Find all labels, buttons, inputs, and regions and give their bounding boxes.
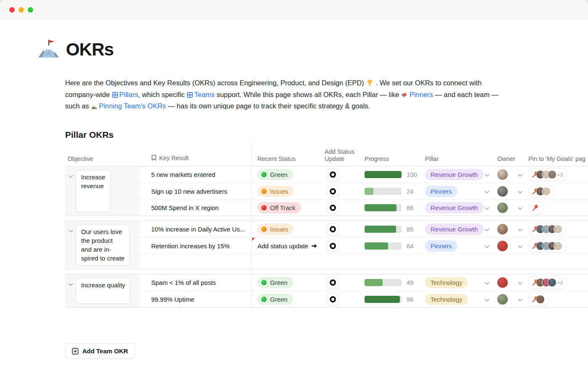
pinned-user-avatar	[548, 278, 556, 287]
progress-cell: 96	[359, 291, 422, 307]
owner-avatar[interactable]	[497, 277, 508, 288]
chevron-down-icon[interactable]	[485, 242, 489, 250]
key-result-text[interactable]: 5 new markets entered	[139, 166, 252, 183]
status-dot-icon	[261, 172, 267, 177]
add-status-update-link[interactable]: Add status update	[257, 242, 317, 250]
close-window-button[interactable]	[9, 7, 15, 13]
teams-link[interactable]: Teams	[186, 91, 215, 98]
pin-to-my-goals-control[interactable]	[528, 201, 543, 214]
chevron-down-icon[interactable]	[518, 226, 522, 233]
column-header-pillar: Pillar	[422, 155, 494, 163]
add-status-update-button[interactable]	[326, 185, 339, 197]
add-team-okr-button[interactable]: Add Team OKR	[65, 343, 135, 359]
owner-avatar[interactable]	[497, 186, 508, 197]
status-dot-icon	[261, 205, 267, 210]
pillar-pill[interactable]: Revenue Growth	[425, 169, 483, 180]
add-status-update-cell	[323, 183, 359, 199]
add-status-update-button[interactable]	[326, 239, 339, 252]
progress-bar-fill	[365, 188, 373, 195]
chevron-down-icon[interactable]	[485, 296, 489, 303]
chevron-down-icon[interactable]	[485, 204, 489, 211]
owner-avatar[interactable]	[497, 241, 508, 251]
status-pill[interactable]: Issues	[257, 186, 294, 197]
objective-title[interactable]: Increaserevenue	[76, 170, 111, 212]
status-pill[interactable]: Green	[257, 294, 293, 305]
arrow-right-icon	[311, 244, 317, 248]
chevron-down-icon[interactable]	[518, 188, 522, 195]
add-status-update-button[interactable]	[326, 201, 339, 214]
status-pill[interactable]: Green	[257, 169, 293, 180]
key-result-text[interactable]: 10% increase in Daily Active Us...	[139, 221, 252, 237]
pin-to-my-goals-control[interactable]	[528, 239, 567, 252]
zoom-window-button[interactable]	[28, 7, 33, 13]
pin-to-my-goals-control[interactable]	[528, 293, 549, 306]
pillar-pill[interactable]: Technology	[425, 294, 468, 305]
add-status-update-button[interactable]	[326, 293, 339, 305]
add-status-update-cell	[323, 238, 359, 254]
progress-cell: 100	[359, 166, 422, 183]
owner-avatar[interactable]	[497, 169, 508, 180]
progress-value: 85	[407, 226, 414, 233]
collapse-chevron-icon[interactable]	[68, 172, 73, 212]
progress-bar-fill	[365, 226, 396, 233]
pillar-pill[interactable]: Technology	[425, 277, 468, 288]
owner-avatar[interactable]	[497, 224, 508, 234]
chevron-down-icon[interactable]	[485, 226, 489, 233]
pillar-pill[interactable]: Revenue Growth	[425, 202, 483, 213]
chevron-down-icon[interactable]	[485, 188, 489, 195]
chevron-down-icon[interactable]	[518, 204, 522, 211]
pin-cell: +3	[526, 274, 588, 291]
okr-group: Our users lovethe productand are in-spir…	[65, 221, 588, 269]
progress-bar	[365, 242, 402, 250]
chevron-down-icon[interactable]	[518, 242, 522, 250]
pinned-user-avatar	[548, 170, 556, 179]
collapse-chevron-icon[interactable]	[68, 280, 73, 304]
minimize-window-button[interactable]	[18, 7, 24, 13]
progress-bar-fill	[365, 242, 388, 250]
key-result-text[interactable]: Retention increases by 15%	[139, 238, 252, 254]
pin-to-my-goals-control[interactable]: +3	[528, 168, 567, 181]
add-status-update-button[interactable]	[326, 223, 339, 236]
pin-to-my-goals-control[interactable]: +3	[528, 276, 567, 289]
status-pill[interactable]: Green	[257, 277, 293, 288]
progress-bar	[365, 171, 402, 178]
chevron-down-icon[interactable]	[485, 279, 489, 286]
chevron-down-icon[interactable]	[518, 279, 522, 286]
key-result-row: 10% increase in Daily Active Us...Issues…	[139, 221, 588, 237]
key-result-text[interactable]: Spam < 1% of all posts	[139, 274, 252, 291]
chevron-down-icon[interactable]	[518, 171, 522, 178]
status-dot-icon	[261, 189, 267, 194]
add-status-update-button[interactable]	[326, 168, 339, 181]
add-status-update-button[interactable]	[326, 276, 339, 289]
status-pill[interactable]: Issues	[257, 224, 294, 235]
add-status-update-cell	[323, 166, 359, 183]
key-result-text[interactable]: 99.99% Uptime	[139, 291, 252, 307]
status-pill[interactable]: Off Track	[257, 202, 301, 213]
objective-title[interactable]: Increase quality	[76, 278, 131, 304]
status-dot-icon	[261, 280, 267, 285]
pillar-pill[interactable]: Pinners	[425, 186, 457, 197]
chevron-down-icon[interactable]	[485, 171, 489, 178]
pillar-pill[interactable]: Revenue Growth	[425, 224, 483, 235]
collapse-chevron-icon[interactable]	[68, 227, 73, 266]
recent-status-cell: Issues	[252, 183, 323, 199]
pin-to-my-goals-control[interactable]	[528, 223, 567, 236]
intro-text: Here are the Objectives and Key Results …	[65, 79, 366, 87]
recent-status-cell: Green	[252, 166, 323, 183]
owner-avatar[interactable]	[497, 203, 508, 213]
owner-avatar[interactable]	[497, 294, 508, 305]
pinning-team-okrs-link[interactable]: Pinning Team's OKRs	[91, 102, 166, 110]
pinners-link[interactable]: Pinners	[401, 91, 433, 98]
owner-cell	[494, 166, 526, 183]
pillars-link[interactable]: Pillars	[112, 91, 138, 98]
objective-title[interactable]: Our users lovethe productand are in-spir…	[76, 225, 130, 266]
okr-group: Increase qualitySpam < 1% of all postsGr…	[65, 274, 588, 308]
key-result-text[interactable]: Sign up 10 new advertisers	[139, 183, 252, 199]
pillar-cell: Technology	[422, 274, 494, 291]
chevron-down-icon[interactable]	[518, 296, 522, 303]
pillar-pill[interactable]: Pinners	[425, 240, 457, 252]
pinned-user-avatar	[554, 242, 562, 250]
key-result-text[interactable]: 500M Spend in X region	[139, 200, 252, 216]
small-mountain-icon	[91, 102, 97, 112]
pin-to-my-goals-control[interactable]	[528, 185, 555, 198]
